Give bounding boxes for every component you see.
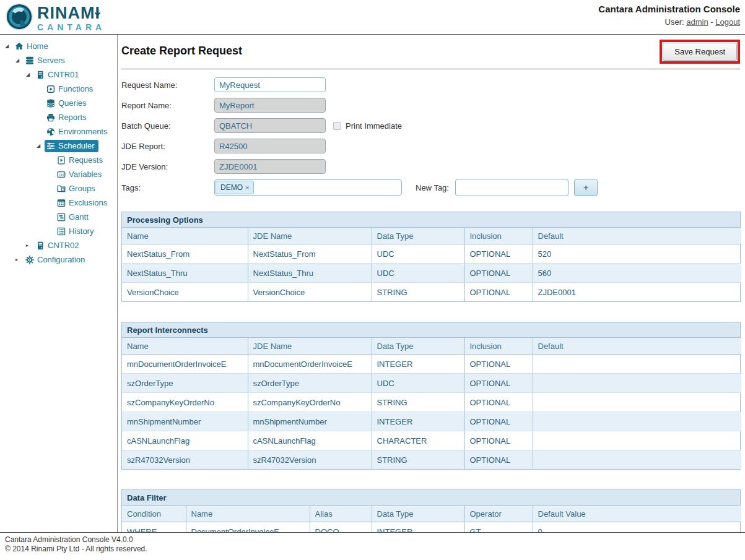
- printer-icon: [46, 113, 56, 123]
- table-cell: UDC: [372, 374, 464, 393]
- sidebar-item-gantt[interactable]: Gantt: [0, 210, 117, 224]
- sidebar-item-label: Reports: [58, 113, 87, 122]
- tags-label: Tags:: [121, 183, 214, 192]
- sidebar-item-servers[interactable]: ◢Servers: [0, 53, 117, 67]
- table-cell: ZJDE0001: [533, 283, 741, 302]
- table-cell: DocumentOrderInvoiceE: [186, 522, 310, 533]
- column-header: Name: [186, 506, 310, 522]
- sidebar-item-history[interactable]: History: [0, 224, 117, 238]
- sidebar-item-scheduler[interactable]: ◢Scheduler: [0, 139, 117, 153]
- sidebar-item-label: Scheduler: [58, 141, 95, 150]
- new-tag-input[interactable]: [455, 179, 569, 196]
- table-cell: szR47032Version: [248, 450, 372, 470]
- tree-collapsed-arrow-icon[interactable]: ▸: [26, 243, 34, 248]
- brand-logo: RINAMI CANTARA: [5, 2, 105, 33]
- table-cell: [533, 393, 741, 412]
- tag-remove-icon[interactable]: ×: [245, 184, 249, 191]
- sidebar-item-groups[interactable]: Groups: [0, 181, 117, 196]
- sidebar-item-environments[interactable]: Environments: [0, 124, 117, 139]
- sidebar-item-cntr01[interactable]: ◢CNTR01: [0, 67, 117, 82]
- table-row: mnDocumentOrderInvoiceEmnDocumentOrderIn…: [122, 355, 741, 374]
- table-cell: 560: [533, 264, 741, 283]
- field-label: JDE Report:: [121, 142, 214, 151]
- table-cell: cASNLaunchFlag: [248, 431, 372, 450]
- tables-area: Processing OptionsNameJDE NameData TypeI…: [121, 212, 740, 532]
- sidebar-item-label: Functions: [58, 84, 93, 93]
- table-cell: VersionChoice: [122, 283, 248, 302]
- table-row: szCompanyKeyOrderNoszCompanyKeyOrderNoST…: [122, 393, 741, 412]
- table-title: Report Interconnects: [122, 322, 740, 338]
- table-cell: szCompanyKeyOrderNo: [122, 393, 248, 412]
- field-label: Batch Queue:: [121, 121, 214, 131]
- sidebar-item-requests[interactable]: Requests: [0, 153, 117, 167]
- column-header: Default Value: [533, 506, 741, 522]
- app-header: RINAMI CANTARA Cantara Administration Co…: [0, 0, 745, 35]
- print-immediate-label: Print Immediate: [346, 121, 402, 131]
- table-cell: szCompanyKeyOrderNo: [248, 393, 372, 412]
- table-cell: [533, 431, 741, 450]
- user-separator: -: [710, 17, 713, 27]
- table-cell: CHARACTER: [372, 431, 464, 450]
- column-header: Alias: [310, 506, 372, 522]
- tags-input[interactable]: DEMO×: [214, 179, 402, 196]
- table-title: Processing Options: [122, 212, 740, 228]
- processing-options-table: Processing OptionsNameJDE NameData TypeI…: [121, 212, 741, 302]
- tree-expanded-arrow-icon[interactable]: ◢: [37, 143, 45, 149]
- save-request-button[interactable]: Save Request: [663, 43, 737, 61]
- scheduler-icon: [46, 141, 56, 151]
- column-header: Data Type: [372, 338, 464, 355]
- variable-icon: (x): [56, 170, 66, 179]
- footer-version: Cantara Administration Console V4.0.0: [5, 535, 740, 545]
- table-cell: [533, 450, 741, 470]
- sidebar-item-queries[interactable]: Queries: [0, 96, 117, 110]
- sidebar-item-reports[interactable]: Reports: [0, 110, 117, 124]
- tree-expanded-arrow-icon[interactable]: ◢: [26, 72, 34, 77]
- tag-chip: DEMO×: [216, 181, 254, 194]
- user-name-link[interactable]: admin: [686, 17, 708, 27]
- logout-link[interactable]: Logout: [715, 17, 740, 27]
- user-label: User:: [665, 17, 684, 27]
- request-name-input[interactable]: [214, 77, 326, 92]
- column-header: Data Type: [372, 506, 464, 522]
- report-name-input: [214, 98, 326, 113]
- sidebar-item-label: CNTR02: [48, 241, 79, 250]
- sidebar-item-home[interactable]: ◢Home: [0, 39, 117, 53]
- page-title: Create Report Request: [121, 45, 242, 58]
- gantt-icon: [56, 212, 66, 222]
- table-cell: DOCO: [310, 522, 372, 533]
- column-header: Name: [122, 228, 248, 244]
- field-label: Request Name:: [121, 80, 214, 90]
- add-tag-button[interactable]: +: [574, 179, 598, 196]
- column-header: Condition: [122, 506, 186, 522]
- jde-report-input: [214, 139, 326, 153]
- table-cell: INTEGER: [372, 355, 464, 374]
- folder-icon: [56, 184, 66, 194]
- jde-version-input: [214, 159, 326, 174]
- svg-text:(x): (x): [59, 172, 64, 176]
- column-header: JDE Name: [248, 228, 372, 244]
- table-cell: STRING: [372, 283, 464, 302]
- table-cell: mnDocumentOrderInvoiceE: [248, 355, 372, 374]
- field-label: Report Name:: [121, 101, 214, 110]
- print-immediate-checkbox[interactable]: [333, 122, 341, 130]
- table-cell: szR47032Version: [122, 450, 248, 470]
- report-interconnects-table: Report InterconnectsNameJDE NameData Typ…: [121, 322, 741, 470]
- table-row: VersionChoiceVersionChoiceSTRINGOPTIONAL…: [122, 283, 741, 302]
- sidebar-item-variables[interactable]: (x)Variables: [0, 167, 117, 181]
- history-icon: [56, 226, 66, 236]
- sidebar-item-configuration[interactable]: ▸Configuration: [0, 252, 117, 267]
- table-cell: OPTIONAL: [464, 283, 533, 302]
- table-cell: OPTIONAL: [464, 412, 533, 431]
- table-header-row: ConditionNameAliasData TypeOperatorDefau…: [122, 506, 741, 522]
- table-cell: OPTIONAL: [464, 431, 533, 450]
- sidebar-item-functions[interactable]: Functions: [0, 82, 117, 96]
- tree-expanded-arrow-icon[interactable]: ◢: [15, 58, 24, 63]
- tree-collapsed-arrow-icon[interactable]: ▸: [15, 257, 24, 262]
- tree-expanded-arrow-icon[interactable]: ◢: [5, 43, 13, 49]
- server-icon: [35, 70, 45, 80]
- table-cell: STRING: [372, 393, 464, 412]
- sidebar-item-label: Home: [27, 41, 48, 51]
- brand-name: RINAMI: [37, 5, 100, 22]
- sidebar-item-cntr02[interactable]: ▸CNTR02: [0, 238, 117, 252]
- sidebar-item-exclusions[interactable]: Exclusions: [0, 196, 117, 210]
